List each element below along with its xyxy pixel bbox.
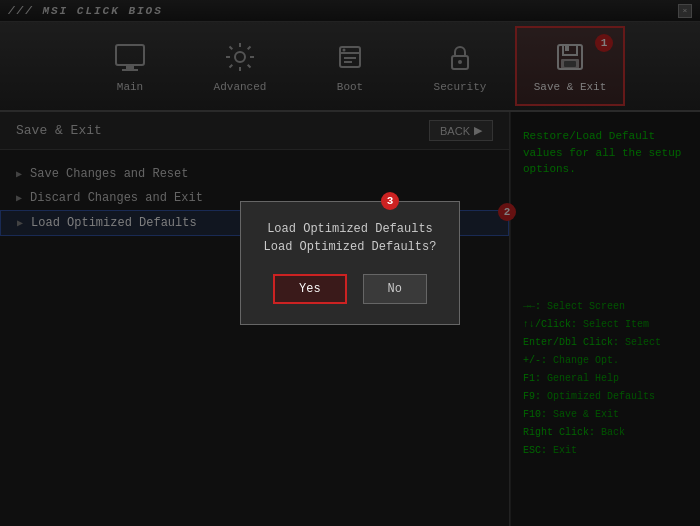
dialog-yes-button[interactable]: Yes	[273, 274, 347, 304]
dialog-overlay: Load Optimized Defaults Load Optimized D…	[0, 0, 700, 526]
dialog-title: Load Optimized Defaults	[261, 222, 439, 236]
dialog: Load Optimized Defaults Load Optimized D…	[240, 201, 460, 325]
dialog-buttons: Yes No	[261, 274, 439, 304]
dialog-badge: 3	[381, 192, 399, 210]
dialog-message: Load Optimized Defaults?	[261, 240, 439, 254]
dialog-no-button[interactable]: No	[363, 274, 427, 304]
